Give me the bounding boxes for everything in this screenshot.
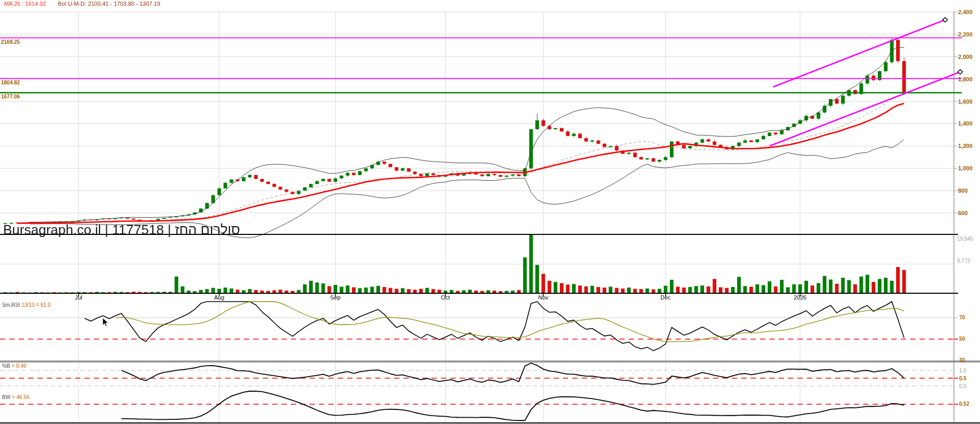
- month-axis-label: Oct: [441, 294, 450, 301]
- price-axis-tick: 600: [958, 210, 967, 216]
- price-axis-tick: 2,000: [958, 54, 973, 60]
- price-level-label: 1804.82: [1, 80, 20, 85]
- price-axis-tick: 1,200: [958, 143, 973, 149]
- rsi-axis-tick: 70: [959, 315, 965, 320]
- bandwidth-panel-label: BW = 46.56: [2, 394, 30, 400]
- month-axis-label: Sep: [330, 294, 341, 301]
- price-chart-canvas: [0, 0, 980, 424]
- stock-chart-root: MA 26 : 1614.92 Bol U-M-D: 2100.41 - 170…: [0, 0, 980, 424]
- month-axis-label: Aug: [214, 294, 225, 301]
- volume-axis-tick: 9,772: [957, 258, 970, 264]
- rsi-axis-tick: 50: [959, 336, 965, 342]
- month-axis-label: Jul: [75, 294, 82, 301]
- legend-ma26: MA 26 : 1614.92: [4, 1, 46, 7]
- month-axis-label: Dec: [660, 294, 671, 301]
- price-axis-tick: 800: [958, 188, 967, 194]
- price-axis-tick: 2,400: [958, 9, 973, 15]
- price-level-label: 1677.06: [1, 94, 20, 99]
- price-axis-tick: 1,600: [958, 98, 973, 105]
- rsi-panel-label: Sm.RSI 13/13 = 51.0: [2, 302, 51, 308]
- legend-bollinger: Bol U-M-D: 2100.41 - 1703.80 - 1307.19: [58, 1, 160, 7]
- bandwidth-label-name: BW: [2, 394, 10, 400]
- bandwidth-label-value: = 46.56: [12, 394, 30, 400]
- percent-b-axis-tick: 1.0: [959, 368, 966, 373]
- month-axis-label: 2026: [794, 294, 806, 301]
- percent-b-axis-tick: 0.5: [959, 376, 966, 381]
- volume-axis-tick: 19,545: [957, 236, 973, 242]
- price-axis-tick: 1,000: [958, 165, 973, 171]
- month-axis-label: Nov: [538, 294, 548, 301]
- price-axis-tick: 1,400: [958, 120, 973, 127]
- price-level-label: 2168.25: [1, 39, 20, 45]
- percent-b-label-name: %B: [2, 363, 10, 369]
- legend: MA 26 : 1614.92 Bol U-M-D: 2100.41 - 170…: [4, 1, 160, 7]
- price-axis-tick: 1,800: [958, 76, 973, 82]
- percent-b-label-value: = 0.49: [11, 363, 26, 369]
- rsi-label-name: Sm.RSI: [2, 302, 20, 308]
- bandwidth-axis-tick: 0.52: [959, 401, 969, 407]
- rsi-axis-tick: 30: [959, 357, 965, 363]
- percent-b-panel-label: %B = 0.49: [2, 363, 26, 369]
- percent-b-axis-tick: 0.0: [959, 383, 966, 389]
- price-axis-tick: 2,200: [958, 31, 973, 38]
- rsi-label-value: 13/13 = 51.0: [21, 302, 51, 308]
